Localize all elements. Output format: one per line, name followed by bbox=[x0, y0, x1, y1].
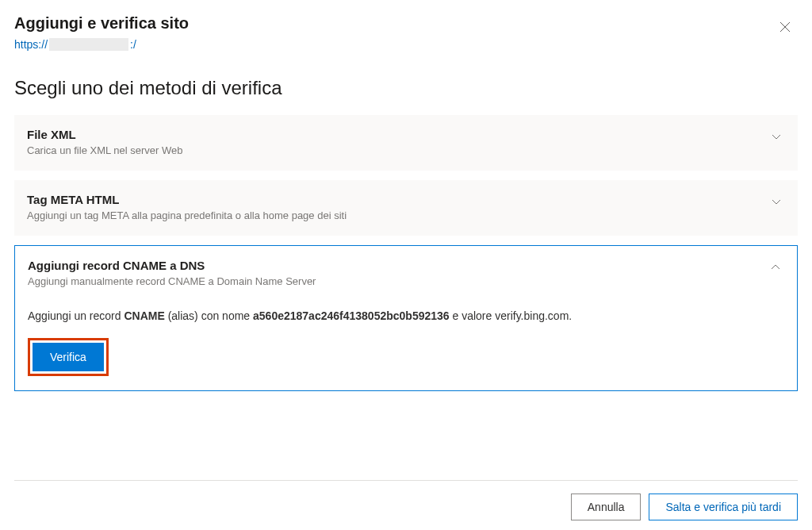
method-card-cname[interactable]: Aggiungi record CNAME a DNS Aggiungi man… bbox=[14, 245, 798, 391]
method-header-xml: File XML Carica un file XML nel server W… bbox=[27, 128, 782, 156]
url-redacted bbox=[49, 38, 128, 51]
method-title-cname: Aggiungi record CNAME a DNS bbox=[28, 259, 760, 272]
method-desc-meta: Aggiungi un tag META alla pagina predefi… bbox=[27, 209, 761, 221]
method-card-xml[interactable]: File XML Carica un file XML nel server W… bbox=[14, 115, 798, 171]
cname-body-post: e valore verify.bing.com. bbox=[450, 309, 573, 322]
url-prefix: https:// bbox=[14, 38, 48, 51]
skip-button[interactable]: Salta e verifica più tardi bbox=[649, 494, 798, 520]
verify-button[interactable]: Verifica bbox=[33, 343, 104, 371]
method-header-cname: Aggiungi record CNAME a DNS Aggiungi man… bbox=[28, 259, 781, 287]
verify-highlight: Verifica bbox=[28, 338, 109, 376]
chevron-down-icon bbox=[771, 196, 782, 210]
site-url[interactable]: https:// :/ bbox=[14, 38, 136, 51]
close-button[interactable] bbox=[772, 14, 798, 40]
page-title: Aggiungi e verifica sito bbox=[14, 14, 189, 33]
url-suffix: :/ bbox=[130, 38, 136, 51]
chevron-up-icon bbox=[770, 262, 781, 276]
dialog-footer: Annulla Salta e verifica più tardi bbox=[14, 480, 798, 520]
header-texts: Aggiungi e verifica sito https:// :/ bbox=[14, 14, 189, 52]
cname-body-bold2: a560e2187ac246f4138052bc0b592136 bbox=[253, 309, 450, 322]
method-title-meta: Tag META HTML bbox=[27, 193, 761, 206]
method-desc-cname: Aggiungi manualmente record CNAME a Doma… bbox=[28, 275, 760, 287]
section-heading: Scegli uno dei metodi di verifica bbox=[14, 77, 798, 99]
method-desc-xml: Carica un file XML nel server Web bbox=[27, 144, 761, 156]
dialog-header: Aggiungi e verifica sito https:// :/ bbox=[14, 14, 798, 52]
cname-instruction: Aggiungi un record CNAME (alias) con nom… bbox=[28, 309, 781, 322]
method-card-meta[interactable]: Tag META HTML Aggiungi un tag META alla … bbox=[14, 180, 798, 236]
method-title-xml: File XML bbox=[27, 128, 761, 141]
method-header-meta: Tag META HTML Aggiungi un tag META alla … bbox=[27, 193, 782, 221]
chevron-down-icon bbox=[771, 131, 782, 145]
cname-body-bold1: CNAME bbox=[124, 309, 164, 322]
cname-body-mid: (alias) con nome bbox=[165, 309, 253, 322]
cname-body-pre: Aggiungi un record bbox=[28, 309, 124, 322]
close-icon bbox=[779, 21, 791, 33]
cancel-button[interactable]: Annulla bbox=[571, 494, 642, 520]
